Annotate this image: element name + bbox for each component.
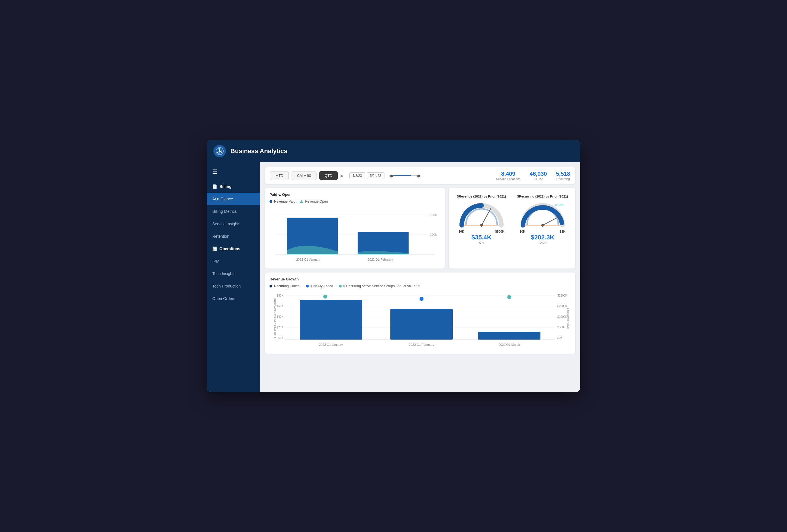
- legend-dot-cancel: [270, 285, 272, 288]
- revenue-gauge-value: $35.4K: [453, 234, 510, 241]
- revenue-gauge-range: $0K $800K: [458, 230, 506, 233]
- legend-dot-newly: [306, 285, 309, 288]
- recurring-gauge-max: $2K: [560, 230, 565, 233]
- svg-text:2022 Q1 February: 2022 Q1 February: [409, 343, 434, 346]
- legend-triangle-open: [300, 200, 303, 203]
- recurring-gauge-svg: $1.8K: [518, 200, 567, 229]
- svg-line-7: [217, 151, 220, 153]
- svg-rect-45: [478, 332, 540, 339]
- recurring-gauge-min: $0K: [520, 230, 526, 233]
- svg-point-46: [507, 295, 511, 299]
- app-logo: [213, 145, 226, 157]
- date-end[interactable]: 5/24/23: [367, 172, 384, 179]
- paid-open-card: Paid v. Open Revenue Paid Revenue Open: [265, 188, 445, 269]
- svg-text:$500K: $500K: [557, 326, 566, 329]
- revenue-gauge-max: $800K: [495, 230, 504, 233]
- toolbar-metrics: 8,409 Service Locations 46,030 Bill Tos …: [496, 171, 570, 180]
- svg-text:200k: 200k: [430, 213, 437, 217]
- mtd-button[interactable]: MTD: [270, 171, 289, 180]
- sidebar-item-at-a-glance[interactable]: At a Glance: [207, 193, 260, 205]
- legend-newly-added: $ Newly Added: [306, 284, 333, 288]
- sidebar-item-tech-insights[interactable]: Tech Insights: [207, 267, 260, 280]
- toolbar: MTD CM + 90 QTD ▶ 1/3/23 5/24/23 8,409 S…: [265, 167, 575, 184]
- svg-text:2022 Q1 February: 2022 Q1 February: [368, 258, 393, 261]
- revenue-growth-svg: $80K $60K $40K $20K $0K $2500K $2000K $1…: [270, 291, 571, 348]
- svg-text:2022 Q1 January: 2022 Q1 January: [296, 258, 320, 261]
- legend-recurring-active: $ Recurring Active Service Setups Annual…: [339, 284, 421, 288]
- sidebar-item-service-insights[interactable]: Service Insights: [207, 218, 260, 230]
- legend-recurring-cancel: Recurring Cancel: [270, 284, 300, 288]
- revenue-gauge-section: $Revenue (2022) vs Prior (2021): [451, 193, 512, 264]
- metric-bill-tos: 46,030 Bill Tos: [530, 171, 547, 180]
- revenue-growth-title: Revenue Growth: [270, 277, 571, 281]
- revenue-gauge-min: $0K: [459, 230, 464, 233]
- metric-label-service-locations: Service Locations: [496, 177, 520, 180]
- metric-value-bill-tos: 46,030: [530, 171, 547, 177]
- metric-value-service-locations: 8,409: [496, 171, 520, 177]
- charts-row: Paid v. Open Revenue Paid Revenue Open: [265, 188, 575, 269]
- app-header: Business Analytics: [207, 140, 580, 162]
- app-title: Business Analytics: [230, 148, 288, 155]
- metric-recurring: 5,518 Recurring: [556, 171, 570, 180]
- svg-text:$1000K: $1000K: [557, 315, 567, 318]
- svg-text:$1.8K: $1.8K: [555, 203, 563, 206]
- metric-label-bill-tos: Bill Tos: [530, 177, 547, 180]
- billing-icon: 📄: [212, 184, 217, 189]
- svg-text:$ Recurring Cancel & Newly Add: $ Recurring Cancel & Newly Added: [274, 298, 276, 338]
- sidebar-item-open-orders[interactable]: Open Orders: [207, 292, 260, 305]
- recurring-gauge-section: $Recurring (2022) vs Prior (2021): [512, 193, 573, 264]
- legend-revenue-open: Revenue Open: [300, 200, 328, 203]
- svg-text:$2000K: $2000K: [557, 305, 567, 308]
- date-start[interactable]: 1/3/23: [349, 172, 365, 179]
- svg-text:$20K: $20K: [277, 326, 284, 329]
- main-content: MTD CM + 90 QTD ▶ 1/3/23 5/24/23 8,409 S…: [260, 162, 580, 392]
- svg-text:$60K: $60K: [277, 305, 284, 308]
- sidebar-item-operations[interactable]: 📊 Operations: [207, 243, 260, 255]
- date-range: 1/3/23 5/24/23: [349, 172, 384, 179]
- svg-line-6: [220, 151, 222, 153]
- rg-legend: Recurring Cancel $ Newly Added $ Recurri…: [270, 284, 571, 288]
- menu-icon[interactable]: ☰: [207, 165, 260, 178]
- sidebar-item-tech-production[interactable]: Tech Production: [207, 280, 260, 292]
- svg-text:$40K: $40K: [277, 315, 284, 318]
- sidebar: ☰ 📄 Billing At a Glance Billing Metrics …: [207, 162, 260, 392]
- revenue-gauge-pct: 5%: [453, 241, 510, 245]
- svg-text:$0K: $0K: [278, 336, 283, 339]
- metric-service-locations: 8,409 Service Locations: [496, 171, 520, 180]
- legend-dot-active: [339, 285, 342, 288]
- svg-text:$0K: $0K: [557, 336, 562, 339]
- legend-revenue-paid: Revenue Paid: [270, 200, 295, 203]
- operations-icon: 📊: [212, 246, 217, 251]
- svg-rect-39: [300, 300, 362, 339]
- revenue-growth-card: Revenue Growth Recurring Cancel $ Newly …: [265, 272, 575, 354]
- sidebar-item-retention[interactable]: Retention: [207, 230, 260, 243]
- sidebar-item-billing[interactable]: 📄 Billing: [207, 180, 260, 193]
- sidebar-item-ipm[interactable]: IPM: [207, 255, 260, 267]
- recurring-gauge-range: $0K $2K: [518, 230, 567, 233]
- arrow-button[interactable]: ▶: [341, 174, 344, 178]
- svg-rect-42: [390, 309, 453, 339]
- svg-rect-14: [358, 232, 409, 254]
- gauges-card: $Revenue (2022) vs Prior (2021): [449, 188, 575, 269]
- svg-text:2022 Q1 January: 2022 Q1 January: [319, 343, 343, 346]
- svg-line-17: [482, 208, 491, 225]
- cm90-button[interactable]: CM + 90: [292, 171, 317, 180]
- legend-dot-paid: [270, 200, 272, 203]
- main-layout: ☰ 📄 Billing At a Glance Billing Metrics …: [207, 162, 580, 392]
- paid-open-svg: 200k 100k 2022 Q1 January 2022 Q1 Februa…: [270, 206, 440, 263]
- metric-value-recurring: 5,518: [556, 171, 570, 177]
- recurring-gauge-value: $202.3K: [514, 234, 571, 241]
- svg-text:$2500K: $2500K: [557, 294, 567, 297]
- revenue-gauge-title: $Revenue (2022) vs Prior (2021): [453, 195, 510, 198]
- svg-text:$ Recurring Active: $ Recurring Active: [567, 308, 570, 329]
- recurring-gauge-title: $Recurring (2022) vs Prior (2021): [514, 195, 571, 198]
- app-container: Business Analytics ☰ 📄 Billing At a Glan…: [207, 140, 580, 392]
- date-slider[interactable]: [389, 175, 421, 176]
- sidebar-item-billing-metrics[interactable]: Billing Metrics: [207, 205, 260, 218]
- paid-open-title: Paid v. Open: [270, 193, 440, 197]
- revenue-gauge-svg: [458, 200, 506, 229]
- svg-point-40: [323, 294, 327, 298]
- recurring-gauge-pct: 12K%: [514, 241, 571, 245]
- svg-point-43: [420, 297, 424, 301]
- qtd-button[interactable]: QTD: [319, 171, 338, 180]
